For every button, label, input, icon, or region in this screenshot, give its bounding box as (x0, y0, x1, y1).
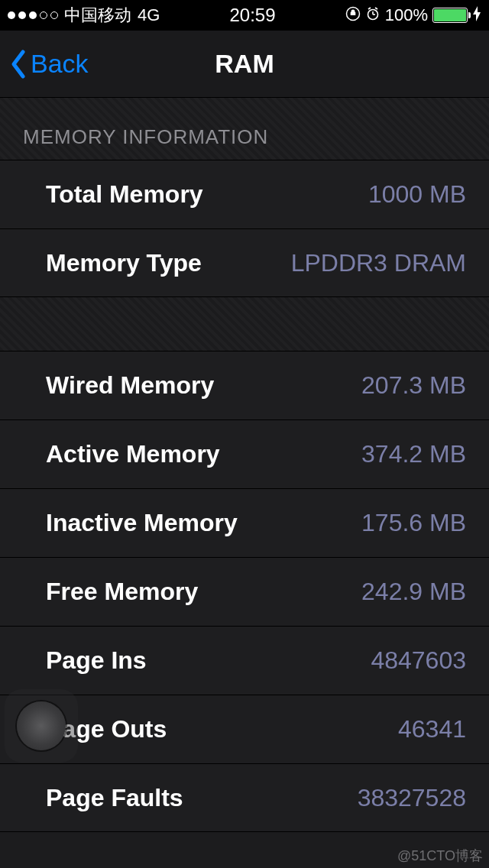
nav-bar: Back RAM (0, 31, 489, 98)
assistive-touch-button[interactable] (5, 689, 78, 763)
status-bar: 中国移动 4G 20:59 100% (0, 0, 489, 31)
alarm-icon (365, 6, 381, 25)
status-left: 中国移动 4G (8, 4, 160, 27)
back-label: Back (31, 49, 89, 79)
table-row: Active Memory 374.2 MB (0, 419, 489, 488)
chevron-left-icon (9, 49, 28, 79)
row-value: LPDDR3 DRAM (291, 249, 466, 277)
memory-stats-group: Wired Memory 207.3 MB Active Memory 374.… (0, 351, 489, 832)
assistive-touch-icon (17, 701, 66, 750)
row-value: 38327528 (358, 784, 466, 812)
carrier-label: 中国移动 (64, 4, 131, 27)
section-header: MEMORY INFORMATION (0, 98, 489, 160)
table-row: Inactive Memory 175.6 MB (0, 488, 489, 557)
row-value: 175.6 MB (361, 509, 466, 537)
row-value: 374.2 MB (361, 440, 466, 468)
row-label: Page Ins (46, 646, 147, 675)
row-label: Wired Memory (46, 371, 214, 400)
row-value: 1000 MB (368, 180, 466, 209)
row-label: Total Memory (46, 180, 203, 209)
table-row: Memory Type LPDDR3 DRAM (0, 228, 489, 297)
section-gap (0, 297, 489, 351)
back-button[interactable]: Back (0, 49, 89, 79)
table-row: Total Memory 1000 MB (0, 160, 489, 228)
svg-line-5 (375, 8, 377, 9)
orientation-lock-icon (345, 6, 361, 25)
row-label: Inactive Memory (46, 509, 238, 537)
row-value: 46341 (398, 715, 466, 743)
row-label: Free Memory (46, 578, 198, 606)
table-row: Page Ins 4847603 (0, 626, 489, 695)
clock: 20:59 (230, 5, 276, 26)
page-title: RAM (215, 49, 274, 79)
memory-info-group: Total Memory 1000 MB Memory Type LPDDR3 … (0, 160, 489, 297)
battery-percent: 100% (385, 5, 428, 25)
status-right: 100% (345, 5, 481, 25)
row-label: Memory Type (46, 249, 202, 277)
row-value: 207.3 MB (361, 371, 466, 400)
row-label: Page Faults (46, 784, 183, 812)
table-row: Page Faults 38327528 (0, 763, 489, 832)
row-value: 4847603 (371, 646, 466, 675)
battery-icon (432, 8, 468, 23)
row-label: Active Memory (46, 440, 220, 468)
svg-line-4 (368, 8, 371, 9)
table-row: Wired Memory 207.3 MB (0, 351, 489, 419)
watermark: @51CTO博客 (397, 847, 483, 865)
signal-strength-icon (8, 11, 58, 19)
network-type: 4G (138, 5, 160, 25)
charging-icon (472, 6, 481, 25)
table-row: Free Memory 242.9 MB (0, 557, 489, 626)
row-value: 242.9 MB (361, 578, 466, 606)
